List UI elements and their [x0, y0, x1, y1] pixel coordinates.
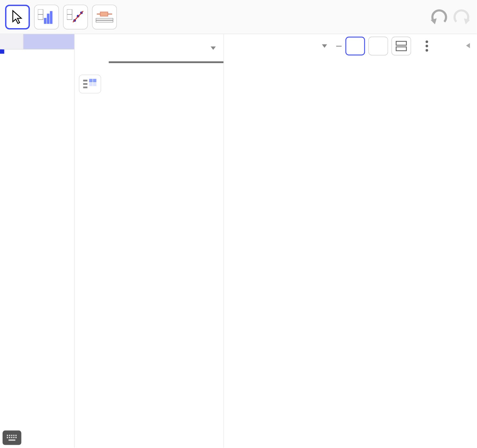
- histogram-chart[interactable]: [224, 58, 477, 447]
- svg-rect-6: [67, 14, 72, 20]
- undo-icon: [429, 9, 448, 25]
- show-data-source-button[interactable]: [79, 75, 101, 93]
- more-options-button[interactable]: [417, 37, 437, 56]
- svg-rect-21: [89, 83, 93, 86]
- layout-icon: [395, 41, 407, 52]
- redo-icon: [453, 9, 472, 25]
- chart-type-dropdown[interactable]: [226, 37, 332, 56]
- undo-button[interactable]: [429, 9, 448, 25]
- statistics-table: [109, 61, 223, 63]
- svg-rect-29: [13, 435, 14, 436]
- svg-rect-27: [9, 435, 10, 436]
- svg-rect-33: [11, 437, 12, 438]
- svg-rect-5: [67, 9, 72, 14]
- statistics-panel: [109, 34, 224, 448]
- svg-rect-34: [13, 437, 14, 438]
- dots-icon: [426, 41, 428, 43]
- selection-handle[interactable]: [0, 50, 4, 54]
- show-statistics-button[interactable]: [345, 37, 365, 56]
- svg-rect-22: [93, 83, 96, 86]
- svg-rect-14: [96, 18, 113, 20]
- column-header-A[interactable]: [23, 34, 74, 50]
- rowcol-corner[interactable]: [0, 34, 23, 50]
- tool-multivar-button[interactable]: [92, 4, 117, 29]
- svg-rect-32: [9, 437, 10, 438]
- scatter-icon: [67, 9, 84, 25]
- svg-rect-20: [93, 79, 96, 82]
- svg-rect-0: [38, 9, 43, 14]
- virtual-keyboard-button[interactable]: [3, 430, 21, 445]
- toolbar: [0, 0, 477, 34]
- tool-onevar-button[interactable]: [34, 4, 59, 29]
- dash-icon: −: [336, 39, 342, 52]
- svg-rect-15: [96, 20, 113, 22]
- svg-rect-23: [396, 41, 407, 45]
- show-data-button[interactable]: [368, 37, 388, 56]
- statistics-dropdown[interactable]: [114, 39, 220, 57]
- chevron-left-icon: [466, 43, 470, 48]
- svg-rect-2: [44, 18, 46, 24]
- svg-rect-19: [89, 79, 93, 82]
- svg-rect-28: [11, 435, 12, 436]
- barchart-icon: [38, 9, 55, 25]
- chart-panel: −: [224, 34, 477, 448]
- boxplot-icon: [95, 11, 114, 23]
- svg-rect-31: [7, 437, 8, 438]
- svg-rect-30: [15, 435, 17, 436]
- chevron-down-icon: [322, 44, 327, 48]
- svg-rect-4: [50, 11, 53, 24]
- chevron-down-icon: [211, 46, 216, 50]
- svg-rect-35: [15, 437, 17, 438]
- svg-line-10: [73, 11, 83, 22]
- spreadsheet[interactable]: [0, 34, 75, 448]
- layout-button[interactable]: [392, 37, 411, 56]
- collapse-panel-button[interactable]: [466, 42, 474, 50]
- cursor-icon: [11, 10, 24, 24]
- data-source-icon: [82, 78, 98, 90]
- svg-rect-12: [100, 12, 108, 16]
- keyboard-icon: [5, 434, 18, 442]
- svg-rect-36: [9, 439, 15, 441]
- svg-rect-1: [38, 14, 43, 20]
- tool-cursor-button[interactable]: [5, 4, 30, 29]
- svg-rect-26: [7, 435, 8, 436]
- redo-button[interactable]: [453, 9, 472, 25]
- svg-rect-24: [396, 47, 407, 51]
- tool-twovar-button[interactable]: [63, 4, 88, 29]
- svg-rect-3: [47, 13, 50, 24]
